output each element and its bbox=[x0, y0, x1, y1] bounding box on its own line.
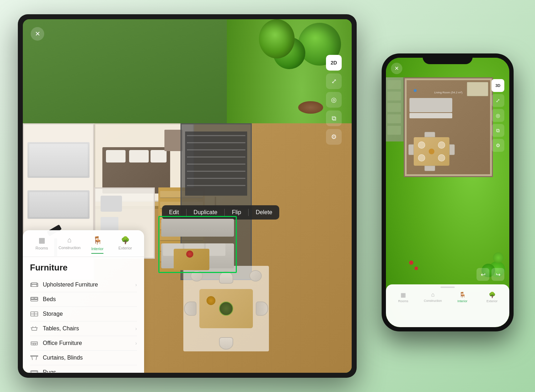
phone-sideboard bbox=[467, 82, 488, 96]
phone-tab-rooms[interactable]: ▦ Rooms bbox=[389, 292, 418, 305]
context-menu-separator-3 bbox=[248, 209, 249, 216]
phone-interior-icon: 🪑 bbox=[459, 292, 466, 298]
svg-rect-23 bbox=[31, 371, 37, 372]
tables-chairs-chevron: › bbox=[135, 326, 137, 331]
context-menu-separator-2 bbox=[224, 209, 225, 216]
tablet-view-toggle-button[interactable]: 2D bbox=[326, 55, 342, 71]
context-menu-edit[interactable]: Edit bbox=[169, 209, 179, 216]
svg-rect-6 bbox=[31, 298, 34, 299]
tab-interior[interactable]: 🪑 Interior bbox=[84, 234, 111, 257]
phone-tab-interior[interactable]: 🪑 Interior bbox=[448, 292, 477, 305]
tablet-camera-button[interactable]: ◎ bbox=[326, 92, 342, 108]
phone-exterior-icon: 🌳 bbox=[489, 292, 496, 298]
phone-settings-button[interactable]: ⚙ bbox=[491, 139, 504, 152]
phone-floor: Living Room (54.2 m²) bbox=[407, 80, 490, 174]
dining-chair-left bbox=[184, 301, 197, 316]
svg-rect-3 bbox=[31, 283, 37, 284]
app-scene: ✕ Edit Duplicate Flip Delete 2D ⤢ bbox=[0, 0, 535, 392]
tree-dirt bbox=[298, 101, 323, 114]
menu-item-tables-chairs-label: Tables, Chairs bbox=[43, 325, 131, 332]
tablet-screen: ✕ Edit Duplicate Flip Delete 2D ⤢ bbox=[23, 19, 352, 373]
panel-title: Furniture bbox=[30, 263, 137, 273]
phone-undo-button[interactable]: ↩ bbox=[477, 268, 489, 281]
tablet-device: ✕ Edit Duplicate Flip Delete 2D ⤢ bbox=[18, 14, 357, 378]
sofa-back bbox=[161, 219, 234, 237]
context-menu-flip[interactable]: Flip bbox=[232, 209, 241, 216]
phone-panel-tabs: ▦ Rooms ⌂ Construction 🪑 Interior 🌳 Exte… bbox=[386, 288, 509, 305]
tab-exterior[interactable]: 🌳 Exterior bbox=[112, 234, 138, 257]
phone-house-outline: Living Room (54.2 m²) bbox=[404, 77, 493, 177]
rugs-icon bbox=[30, 369, 39, 372]
phone-screen: Living Room (54.2 m²) bbox=[386, 58, 509, 327]
bed-furniture bbox=[102, 147, 170, 194]
phone-layers-button[interactable]: ⧉ bbox=[491, 124, 504, 137]
svg-line-20 bbox=[32, 356, 32, 360]
menu-item-curtains-label: Curtains, Blinds bbox=[43, 355, 137, 361]
context-menu-delete[interactable]: Delete bbox=[256, 209, 272, 216]
office-icon bbox=[30, 340, 39, 346]
menu-item-beds-label: Beds bbox=[43, 296, 137, 303]
phone-patio bbox=[386, 77, 404, 141]
svg-rect-11 bbox=[32, 327, 37, 330]
panel-tabs: ▦ Rooms ⌂ Construction 🪑 Interior 🌳 Exte… bbox=[23, 230, 144, 257]
phone-toolbar: 3D ⤢ ◎ ⧉ ⚙ bbox=[491, 79, 504, 152]
upholstered-icon bbox=[30, 282, 39, 288]
menu-item-rugs[interactable]: Rugs bbox=[30, 365, 137, 372]
phone-marker bbox=[414, 89, 417, 92]
phone-shrub-3 bbox=[493, 252, 504, 263]
kitchen-counter-top bbox=[27, 142, 90, 178]
dining-chair-tr bbox=[249, 270, 262, 282]
dining-chair-top bbox=[219, 271, 233, 284]
phone-redo-button[interactable]: ↪ bbox=[491, 268, 504, 281]
menu-item-tables-chairs[interactable]: Tables, Chairs › bbox=[30, 321, 137, 336]
exterior-icon: 🌳 bbox=[121, 236, 130, 244]
menu-item-curtains[interactable]: Curtains, Blinds bbox=[30, 351, 137, 365]
tablet-toolbar: 2D ⤢ ◎ ⧉ ⚙ bbox=[325, 55, 343, 301]
phone-tab-construction[interactable]: ⌂ Construction bbox=[418, 292, 447, 305]
storage-icon bbox=[30, 311, 39, 317]
phone-panel: ▦ Rooms ⌂ Construction 🪑 Interior 🌳 Exte… bbox=[386, 284, 509, 327]
office-chevron: › bbox=[135, 340, 137, 346]
svg-rect-18 bbox=[33, 343, 35, 345]
menu-item-storage[interactable]: Storage bbox=[30, 307, 137, 321]
coffee-table bbox=[174, 249, 209, 270]
phone-undo-redo-controls: ↩ ↪ bbox=[477, 268, 504, 281]
kitchen-counter-bottom bbox=[27, 190, 90, 219]
beds-icon bbox=[30, 296, 39, 303]
furniture-panel: ▦ Rooms ⌂ Construction 🪑 Interior 🌳 Exte… bbox=[23, 230, 144, 373]
tablet-settings-button[interactable]: ⚙ bbox=[326, 129, 342, 145]
phone-notch bbox=[423, 53, 473, 64]
phone-camera-button[interactable]: ◎ bbox=[491, 109, 504, 122]
menu-item-rugs-label: Rugs bbox=[43, 369, 137, 372]
phone-rooms-icon: ▦ bbox=[401, 292, 406, 298]
phone-expand-button[interactable]: ⤢ bbox=[491, 94, 504, 107]
tablet-expand-button[interactable]: ⤢ bbox=[326, 73, 342, 89]
svg-line-21 bbox=[36, 356, 37, 360]
tab-construction[interactable]: ⌂ Construction bbox=[56, 234, 83, 257]
phone-sofa bbox=[409, 98, 452, 119]
phone-construction-icon: ⌂ bbox=[431, 292, 435, 298]
svg-rect-19 bbox=[31, 356, 38, 356]
tab-rooms[interactable]: ▦ Rooms bbox=[29, 234, 55, 257]
context-menu-duplicate[interactable]: Duplicate bbox=[194, 209, 218, 216]
interior-icon: 🪑 bbox=[93, 236, 102, 245]
phone-panel-handle bbox=[386, 284, 509, 288]
tables-chairs-icon bbox=[30, 325, 39, 332]
phone-dining-area bbox=[414, 137, 449, 166]
rooms-icon: ▦ bbox=[39, 236, 45, 244]
phone-close-button[interactable]: ✕ bbox=[391, 63, 402, 74]
menu-item-office[interactable]: Office Furniture › bbox=[30, 336, 137, 351]
tablet-close-button[interactable]: ✕ bbox=[31, 27, 44, 41]
phone-tab-exterior[interactable]: 🌳 Exterior bbox=[478, 292, 506, 305]
phone-device: Living Room (54.2 m²) bbox=[382, 53, 514, 331]
dining-table bbox=[199, 289, 253, 328]
menu-item-upholstered[interactable]: Upholstered Furniture › bbox=[30, 278, 137, 292]
panel-content: Furniture Upholstered Furniture › Beds bbox=[23, 257, 144, 372]
menu-item-upholstered-label: Upholstered Furniture bbox=[43, 282, 131, 288]
phone-view-toggle-button[interactable]: 3D bbox=[491, 79, 504, 92]
svg-rect-7 bbox=[35, 298, 37, 299]
menu-item-beds[interactable]: Beds bbox=[30, 292, 137, 307]
curtains-icon bbox=[30, 355, 39, 361]
tree-3 bbox=[259, 19, 295, 58]
tablet-layers-button[interactable]: ⧉ bbox=[326, 110, 342, 126]
